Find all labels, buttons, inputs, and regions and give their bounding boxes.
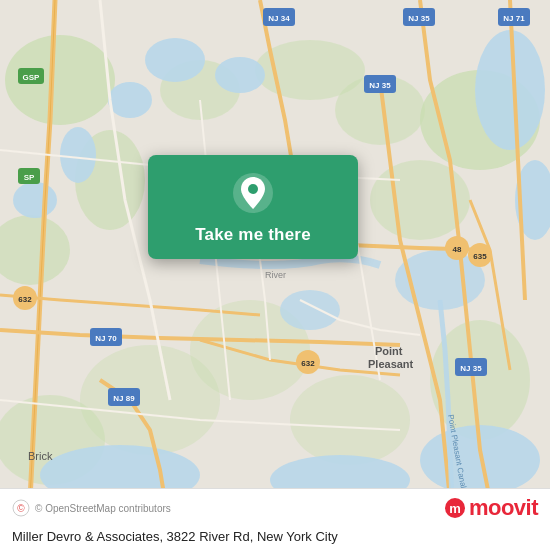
svg-text:NJ 35: NJ 35 [460, 364, 482, 373]
svg-text:©: © [17, 503, 25, 514]
map-container: GSP SP NJ 35 NJ 34 NJ 71 NJ 35 635 632 4… [0, 0, 550, 500]
take-me-there-card[interactable]: Take me there [148, 155, 358, 259]
moovit-logo: m moovit [444, 495, 538, 521]
moovit-m-icon: m [444, 497, 466, 519]
svg-point-14 [145, 38, 205, 82]
take-me-there-button-label: Take me there [195, 225, 311, 245]
svg-text:NJ 70: NJ 70 [95, 334, 117, 343]
address-line: Miller Devro & Associates, 3822 River Rd… [0, 525, 550, 550]
bottom-section: © © OpenStreetMap contributors m moovit … [0, 488, 550, 550]
svg-point-15 [215, 57, 265, 93]
svg-text:SP: SP [24, 173, 35, 182]
svg-text:Pleasant: Pleasant [368, 358, 414, 370]
svg-text:Brick: Brick [28, 450, 53, 462]
location-pin-icon [231, 171, 275, 215]
svg-point-16 [108, 82, 152, 118]
osm-logo-icon: © [12, 499, 30, 517]
svg-point-19 [475, 30, 545, 150]
svg-point-17 [60, 127, 96, 183]
address-text: Miller Devro & Associates, 3822 River Rd… [12, 529, 338, 544]
svg-text:NJ 89: NJ 89 [113, 394, 135, 403]
bottom-info: © © OpenStreetMap contributors m moovit [0, 488, 550, 525]
svg-text:48: 48 [453, 245, 462, 254]
svg-point-58 [248, 184, 258, 194]
svg-text:NJ 34: NJ 34 [268, 14, 290, 23]
osm-attribution: © © OpenStreetMap contributors [12, 499, 171, 517]
svg-text:GSP: GSP [23, 73, 41, 82]
svg-point-18 [13, 182, 57, 218]
moovit-logo-text: moovit [469, 495, 538, 521]
svg-text:NJ 71: NJ 71 [503, 14, 525, 23]
svg-text:632: 632 [18, 295, 32, 304]
svg-point-24 [280, 290, 340, 330]
svg-text:m: m [449, 501, 461, 516]
svg-point-13 [290, 375, 410, 465]
svg-text:Point: Point [375, 345, 403, 357]
svg-text:632: 632 [301, 359, 315, 368]
attribution-text: © OpenStreetMap contributors [35, 503, 171, 514]
svg-text:NJ 35: NJ 35 [369, 81, 391, 90]
svg-text:River: River [265, 270, 286, 280]
svg-text:635: 635 [473, 252, 487, 261]
svg-text:NJ 35: NJ 35 [408, 14, 430, 23]
